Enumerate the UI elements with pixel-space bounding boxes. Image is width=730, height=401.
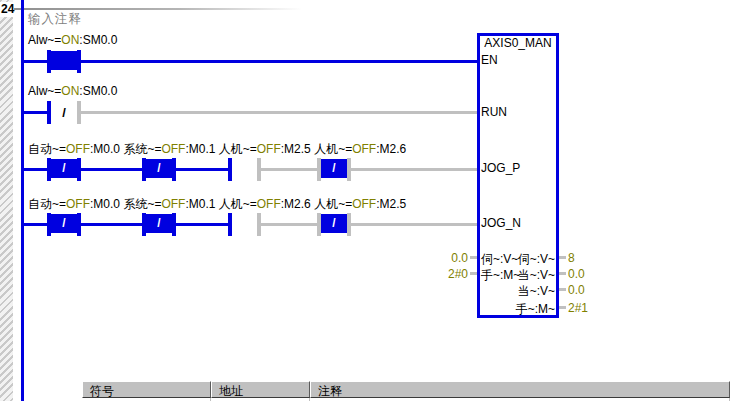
operand-symbol-text: :M2.5	[281, 142, 314, 156]
operand-symbol-text: 人机~=	[314, 197, 352, 211]
contact-bar	[228, 213, 232, 236]
param-output-tick	[559, 306, 566, 309]
operand-symbol-text: :SM0.0	[79, 33, 117, 47]
operand-symbol-text: :M0.0	[90, 197, 123, 211]
rung-wire	[351, 223, 477, 226]
contact-bar	[77, 50, 81, 73]
rung-wire	[351, 168, 477, 171]
block-port-label-jog_p: JOG_P	[481, 161, 520, 175]
contact-bar	[257, 158, 261, 181]
rung-operand-label[interactable]: Alw~=ON:SM0.0	[28, 84, 117, 98]
rung-wire	[21, 111, 47, 114]
operand-symbol-text: 人机~=	[219, 142, 257, 156]
operand-status-value: OFF	[257, 142, 281, 156]
operand-symbol-text: 系统~=	[123, 197, 161, 211]
param-output-label: 当~:V~	[481, 283, 555, 300]
block-port-label-jog_n: JOG_N	[481, 216, 521, 230]
ladder-editor-view: 24 输入注释 Alw~=ON:SM0.0Alw~=ON:SM0.0/自动~=O…	[0, 0, 730, 401]
contact-bar	[77, 101, 81, 124]
contact-bar	[77, 213, 81, 236]
operand-symbol-text: 自动~=	[28, 197, 66, 211]
left-margin-hatch	[0, 0, 13, 401]
param-output-tick	[559, 256, 566, 259]
symbol-table-header-comment[interactable]: 注释	[310, 381, 730, 398]
operand-symbol-text: :M2.5	[376, 197, 406, 211]
param-output-value[interactable]: 2#1	[568, 301, 588, 315]
contact-bar	[77, 158, 81, 181]
contact-nc-open[interactable]: /	[49, 101, 79, 124]
contact-nc-energized[interactable]: /	[146, 159, 172, 178]
operand-symbol-text: :M0.0	[90, 142, 123, 156]
operand-status-value: ON	[61, 33, 79, 47]
rung-wire	[261, 223, 317, 226]
rung-wire	[21, 60, 47, 63]
param-output-label: 当~:V~	[481, 267, 555, 284]
operand-symbol-text: :M2.6	[281, 197, 314, 211]
operand-symbol-text: :M0.1	[185, 142, 218, 156]
operand-status-value: OFF	[257, 197, 281, 211]
block-port-label-run: RUN	[481, 105, 507, 119]
contact-bar	[228, 158, 232, 181]
contact-nc-energized[interactable]: /	[51, 159, 77, 178]
contact-bar	[347, 213, 351, 236]
rung-wire	[261, 168, 317, 171]
operand-symbol-text: Alw~=	[28, 84, 61, 98]
symbol-table-header-address[interactable]: 地址	[211, 381, 310, 398]
operand-symbol-text: 系统~=	[123, 142, 161, 156]
rung-wire	[81, 168, 142, 171]
operand-symbol-text: :SM0.0	[79, 84, 117, 98]
rung-operand-label[interactable]: Alw~=ON:SM0.0	[28, 33, 117, 47]
function-block-title: AXIS0_MAN	[477, 36, 559, 50]
rung-wire	[81, 60, 477, 63]
rung-wire	[81, 111, 477, 114]
contact-no-energized[interactable]	[51, 51, 77, 70]
operand-status-value: OFF	[66, 197, 90, 211]
rung-wire	[176, 223, 228, 226]
block-port-label-en: EN	[481, 53, 498, 67]
rung-wire	[81, 223, 142, 226]
operand-symbol-text: :M2.6	[376, 142, 406, 156]
network-separator-line	[14, 8, 314, 10]
param-output-value[interactable]: 0.0	[568, 267, 585, 281]
contact-bar	[172, 213, 176, 236]
rung-wire	[21, 168, 47, 171]
operand-status-value: OFF	[66, 142, 90, 156]
symbol-table-header-symbol[interactable]: 符号	[82, 381, 211, 398]
contact-nc-energized[interactable]: /	[51, 214, 77, 233]
param-input-tick	[470, 256, 477, 259]
rung-wire	[176, 168, 228, 171]
operand-symbol-text: 自动~=	[28, 142, 66, 156]
symbol-table-header: 符号 地址 注释	[82, 381, 730, 398]
param-output-label: 手~:M~	[481, 301, 555, 318]
param-input-value[interactable]: 2#0	[428, 267, 468, 281]
param-input-value[interactable]: 0.0	[428, 251, 468, 265]
param-output-value[interactable]: 0.0	[568, 283, 585, 297]
contact-bar	[257, 213, 261, 236]
operand-symbol-text: Alw~=	[28, 33, 61, 47]
rung-operand-label[interactable]: 自动~=OFF:M0.0 系统~=OFF:M0.1 人机~=OFF:M2.5 人…	[28, 141, 406, 158]
contact-nc-energized[interactable]: /	[146, 214, 172, 233]
param-output-tick	[559, 288, 566, 291]
param-output-label: 伺~:V~	[481, 251, 555, 268]
contact-bar	[172, 158, 176, 181]
operand-symbol-text: :M0.1	[185, 197, 218, 211]
contact-nc-energized[interactable]: /	[321, 214, 347, 233]
contact-nc-energized[interactable]: /	[321, 159, 347, 178]
operand-status-value: OFF	[161, 142, 185, 156]
param-output-value[interactable]: 8	[568, 251, 575, 265]
network-comment-placeholder[interactable]: 输入注释	[28, 11, 82, 28]
contact-bar	[347, 158, 351, 181]
operand-status-value: OFF	[161, 197, 185, 211]
operand-symbol-text: 人机~=	[219, 197, 257, 211]
rung-operand-label[interactable]: 自动~=OFF:M0.0 系统~=OFF:M0.1 人机~=OFF:M2.6 人…	[28, 196, 406, 213]
operand-status-value: OFF	[352, 197, 376, 211]
operand-symbol-text: 人机~=	[314, 142, 352, 156]
operand-status-value: ON	[61, 84, 79, 98]
rung-wire	[21, 223, 47, 226]
param-output-tick	[559, 272, 566, 275]
operand-status-value: OFF	[352, 142, 376, 156]
param-input-tick	[470, 272, 477, 275]
